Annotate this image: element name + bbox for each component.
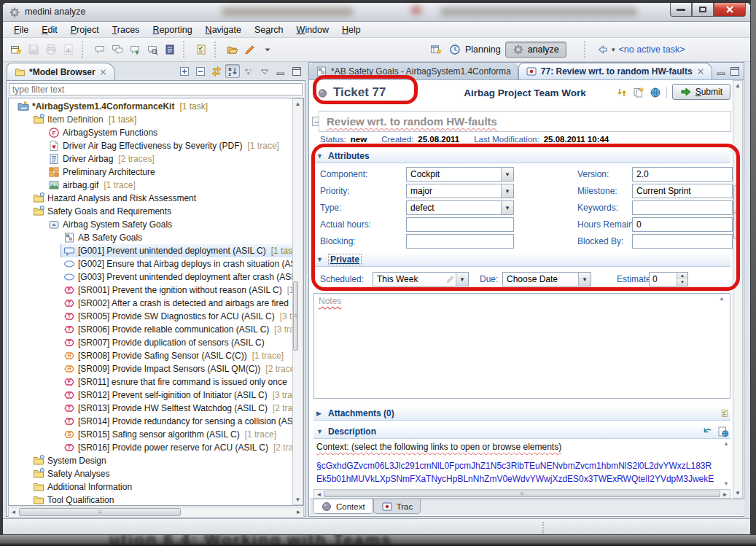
comments-button[interactable]	[109, 41, 126, 58]
perspective-analyze[interactable]: analyze	[505, 42, 566, 58]
dropdown-arrow-icon[interactable]	[501, 184, 513, 198]
tab-model-browser[interactable]: *Model Browser	[7, 63, 115, 80]
close-button[interactable]	[714, 3, 746, 17]
tree-item[interactable]: Driver Air Bag Effectiveness by Severity…	[9, 139, 292, 152]
revert-icon[interactable]	[701, 426, 713, 437]
scheduled-select[interactable]: This Week	[373, 272, 469, 286]
tree-item[interactable]: Safety Goals and Requirements	[9, 205, 292, 218]
active-task-label[interactable]: <no active task>	[619, 44, 685, 55]
task-list-button[interactable]	[161, 41, 179, 58]
blocking-input[interactable]	[406, 234, 514, 249]
open-perspective-icon[interactable]	[427, 41, 445, 58]
tree-item[interactable]: Safety Analyses	[9, 467, 292, 480]
minimize-button[interactable]	[670, 3, 692, 17]
scroll-down-icon[interactable]: ▼	[722, 480, 730, 487]
back-arrow-icon[interactable]	[596, 44, 608, 55]
tree-item[interactable]: Airbag System Safety Goals	[9, 218, 292, 231]
comment-add-button[interactable]	[126, 41, 144, 58]
tree-item[interactable]: Preliminary Architecture	[9, 165, 292, 179]
version-input[interactable]	[632, 167, 733, 182]
menu-window[interactable]: Window	[290, 23, 335, 36]
section-attributes[interactable]: ▼ Attributes	[313, 149, 730, 163]
tab-context[interactable]: Context	[313, 499, 373, 514]
actual-hours-input[interactable]	[406, 217, 514, 232]
dropdown-arrow-icon[interactable]	[501, 201, 513, 214]
perspective-planning[interactable]: Planning	[465, 44, 501, 55]
tree-item[interactable]: T[SR016] Provide power reserve for ACU (…	[9, 441, 292, 454]
milestone-input[interactable]	[632, 184, 733, 198]
comment-button[interactable]	[91, 41, 109, 58]
ticket-title-field[interactable]: Review wrt. to random HW-faults	[319, 111, 731, 132]
tree-item[interactable]: [G001] Prevent unintended deployment (AS…	[9, 244, 292, 257]
menu-traces[interactable]: Traces	[106, 23, 147, 36]
maximize-button[interactable]	[289, 64, 304, 78]
tree-item[interactable]: F[SR001] Prevent the ignition without re…	[9, 284, 292, 297]
checklist-button[interactable]	[192, 41, 210, 58]
new-wizard-button[interactable]	[7, 41, 25, 58]
spin-up-icon[interactable]: ▲	[677, 273, 687, 279]
submit-button[interactable]: Submit	[672, 84, 730, 100]
section-description[interactable]: ▼ Description	[313, 425, 730, 439]
tree-item[interactable]: Driver Airbag[2 traces]	[9, 152, 292, 165]
editor-tab[interactable]: *AB Safety Goals - AirbagSystem1.4Confor…	[309, 63, 518, 79]
tree-item[interactable]: S[SR015] Safing sensor algorithm (ASIL C…	[9, 428, 292, 441]
tree-item[interactable]: T[SR007] Provide duplication of sensors …	[9, 336, 292, 349]
tree-item[interactable]: FAirbagSystem Functions	[9, 126, 292, 139]
tree-item[interactable]: Item Definition[1 task]	[9, 113, 292, 126]
tree-item[interactable]: airbag.gif[1 trace]	[9, 179, 292, 192]
description-link[interactable]: §cGxhdGZvcm06L3Jlc291cmNlL0FpcmJhZ1N5c3R…	[313, 453, 718, 487]
close-view-icon[interactable]	[99, 68, 107, 76]
tree-vertical-scrollbar[interactable]: ▲ ≡ ▼	[292, 98, 303, 505]
blocked-by-input[interactable]	[632, 234, 733, 249]
tree-item[interactable]: T[SR014] Provide redundancy for sensing …	[9, 415, 292, 428]
form-vertical-scrollbar[interactable]: ▲ ≡ ▼	[733, 80, 743, 499]
close-tab-icon[interactable]	[696, 67, 705, 76]
scroll-up-icon[interactable]: ▲	[722, 440, 730, 447]
open-web-icon[interactable]	[650, 87, 661, 98]
view-menu-button[interactable]	[257, 64, 272, 78]
link-editor-button[interactable]	[209, 64, 224, 78]
estimate-input[interactable]	[650, 273, 677, 286]
estimate-stepper[interactable]: ▲▼	[649, 272, 688, 286]
tree-item[interactable]: F[SR011] esnure that fire command is iss…	[9, 375, 292, 389]
tree-item[interactable]: T[SR005] Provide SW Diagnostics for ACU …	[9, 310, 292, 323]
notes-textarea[interactable]	[313, 293, 730, 399]
collapse-all-button[interactable]	[193, 64, 208, 78]
dropdown-arrow-icon[interactable]	[578, 273, 591, 286]
section-private[interactable]: ▼ Private	[313, 253, 730, 267]
tree-item[interactable]: T[SR006] Provide reliable communication …	[9, 323, 292, 336]
spin-down-icon[interactable]: ▼	[677, 279, 687, 286]
description-horizontal-scrollbar[interactable]: ◄ ≡ ►	[313, 489, 730, 499]
tree-item[interactable]: H[SR009] Provide Impact Sensors (ASIL QM…	[9, 362, 292, 375]
section-attachments[interactable]: ▶ Attachments (0)	[313, 407, 730, 421]
open-in-browser-icon[interactable]	[717, 426, 729, 437]
tree-item[interactable]: T[SR013] Provide HW Selftest Watchdog (A…	[9, 402, 292, 415]
editor-tab[interactable]: 77: Review wrt. to random HW-faults	[518, 63, 712, 79]
menu-file[interactable]: File	[7, 23, 35, 36]
tree-item[interactable]: System Design	[9, 454, 292, 467]
comment-find-button[interactable]	[144, 41, 161, 58]
menu-edit[interactable]: Edit	[35, 23, 64, 36]
tree-item[interactable]: *AirbagSystem1.4ConformanceKit[1 task]	[9, 100, 292, 113]
tree-item[interactable]: T[SR002] After a crash is detected and a…	[9, 297, 292, 310]
tree-item[interactable]: T[SR012] Prevent self-iginition of Initi…	[9, 389, 292, 402]
filter-dots-button[interactable]	[241, 64, 256, 78]
maximize-view-icon[interactable]	[729, 66, 741, 77]
priority-select[interactable]: major	[406, 184, 514, 198]
chevron-down-icon[interactable]: ▾	[612, 46, 615, 53]
dropdown-button[interactable]	[259, 41, 276, 58]
tree-item[interactable]: Tool Qualification	[9, 494, 292, 506]
tree-item[interactable]: Hazard Analysis and Risk Assessment	[9, 192, 292, 205]
expand-all-button[interactable]	[177, 64, 192, 78]
tree-item[interactable]: [G003] Prevent unintended deployment aft…	[9, 270, 292, 284]
tab-trac[interactable]: Trac	[373, 499, 421, 514]
sort-az-button[interactable]: az	[225, 64, 240, 78]
tree-item[interactable]: Additional Information	[9, 480, 292, 494]
type-select[interactable]: defect	[406, 200, 514, 215]
maximize-button[interactable]	[692, 3, 714, 17]
planning-perspective-icon[interactable]	[449, 44, 461, 55]
dropdown-arrow-icon[interactable]	[501, 168, 513, 181]
description-editor[interactable]: Context: (select the following links to …	[313, 440, 730, 487]
title-bar[interactable]: medini analyze	[3, 3, 750, 22]
menu-project[interactable]: Project	[64, 23, 106, 36]
